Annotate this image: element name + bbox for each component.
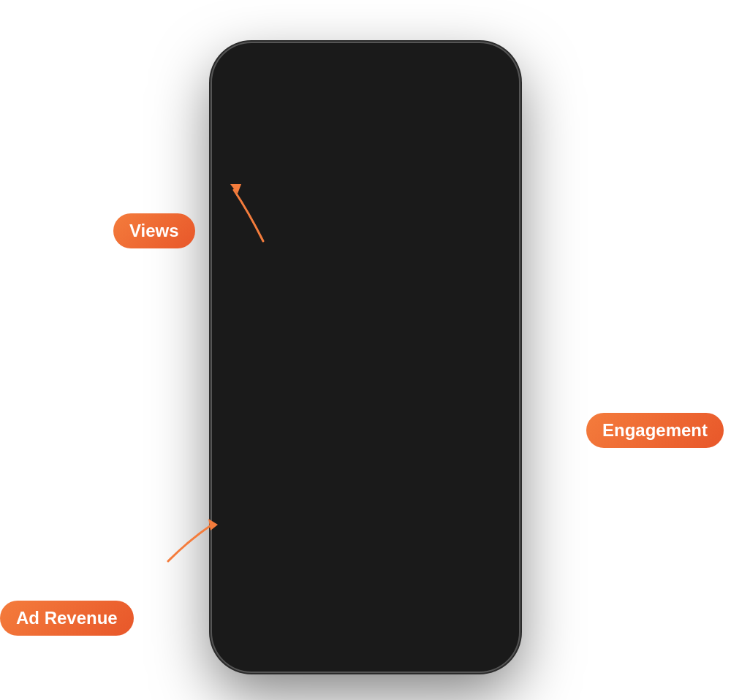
svg-marker-26 [208,519,218,530]
discover-label: Discover [292,637,320,645]
username[interactable]: @GlamByChristina [232,479,461,492]
music-disc [469,514,501,546]
ad-revenue-annotation-label: Ad Revenue [16,608,118,628]
svg-point-10 [387,384,398,396]
views-arrow [205,168,292,256]
bottom-content: @GlamByChristina Ready for a flawless lo… [232,479,461,604]
inbox-label: Inbox [420,637,438,645]
home-label: Home [238,637,257,645]
ad-revenue-arrow [154,503,241,576]
music-disc-button[interactable] [469,514,501,546]
nav-create[interactable]: + [354,619,386,641]
svg-point-18 [480,302,491,315]
for-you-tab[interactable]: For You [381,99,427,113]
nav-discover[interactable]: Discover [292,615,320,645]
ad-revenue-annotation: Ad Revenue [0,601,134,636]
shop-now-label: Shop Now [244,585,294,597]
views-annotation: Views [113,213,195,248]
nav-home[interactable]: Home [238,615,257,645]
svg-point-12 [387,406,428,432]
like-count: 56.9K [474,375,497,385]
phone-container: LIVE Following For You LIPBALM [212,43,519,672]
create-plus-button[interactable]: + [354,619,386,641]
nav-profile[interactable]: Profile [472,615,493,645]
top-nav: LIVE Following For You [221,96,510,116]
shop-chevron-icon: › [378,585,382,597]
notification-dot [366,102,369,105]
sound-text: das - original sound - som [240,560,341,571]
svg-point-23 [488,412,491,415]
music-disc-inner [480,524,491,536]
inbox-icon [421,615,437,635]
share-button[interactable]: 174 [469,456,501,501]
profile-label: Profile [472,637,493,645]
follow-plus-icon: + [479,319,492,332]
comment-icon [469,398,501,430]
phone-screen: LIVE Following For You LIPBALM [221,52,510,663]
engagement-annotation-label: Engagement [602,420,708,440]
comment-button[interactable]: 625 [469,398,501,443]
svg-point-11 [303,406,344,432]
right-action-buttons: + 56.9K [469,295,501,546]
shop-now-button[interactable]: Shop Now › [232,578,393,604]
like-button[interactable]: 56.9K [469,341,501,385]
profile-icon [474,615,491,635]
bottom-nav: Home Discover + [221,604,510,663]
dynamic-island [322,64,409,88]
compass-icon[interactable] [478,96,499,116]
nav-tabs: Following For You [314,99,426,113]
share-icon [469,456,501,488]
svg-point-21 [480,412,483,415]
caption: Ready for a flawless look?✨ Check out th… [232,496,461,536]
sound-row: ♪ das - original sound - som [232,560,461,571]
discover-icon [298,615,314,635]
share-count: 174 [478,490,493,501]
views-annotation-label: Views [129,221,179,240]
svg-point-22 [484,412,487,415]
engagement-annotation: Engagement [586,413,724,448]
svg-point-9 [338,384,350,396]
heart-icon [469,341,501,373]
home-icon [240,615,256,635]
svg-point-4 [260,311,471,457]
live-badge[interactable]: LIVE [232,99,262,113]
following-tab[interactable]: Following [314,99,369,113]
nav-inbox[interactable]: Inbox [420,615,438,645]
comment-count: 625 [478,433,493,443]
creator-avatar-btn[interactable]: + [469,295,501,327]
